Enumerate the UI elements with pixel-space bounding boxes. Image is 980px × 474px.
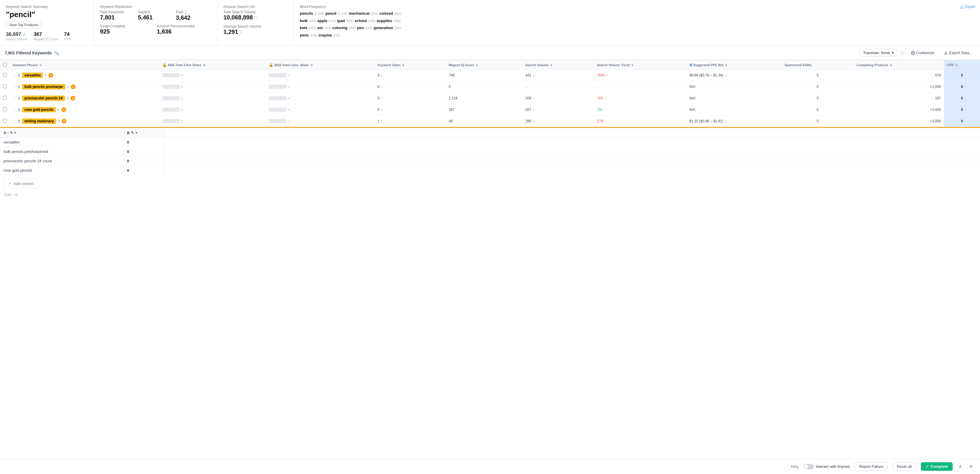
sheet-cell-b[interactable]: 8 [124, 138, 165, 147]
row-checkbox[interactable] [3, 96, 7, 100]
sv-trend-value: -39% [597, 73, 605, 77]
blurred-value: ████ [162, 96, 180, 100]
external-link-icon[interactable]: ↗ [44, 73, 47, 77]
amazon-search-vol-title: Amazon Search Vol. [223, 5, 288, 9]
keyword-phrase-header[interactable]: Keyword Phrase ⇅ [10, 60, 159, 70]
amazon-icon[interactable]: a [61, 107, 66, 112]
aba-click-share-header[interactable]: 🔒 ABA Total Click Share ⇅ [159, 60, 266, 70]
trend-chart-icon2: ∿ [288, 119, 290, 123]
row-delete-icon[interactable]: 🗑 [18, 85, 21, 89]
cpr-cell: 8 [944, 81, 980, 92]
keyword-sales-header[interactable]: Keyword Sales ⇅ [374, 60, 445, 70]
external-link-icon[interactable]: ↗ [57, 119, 60, 123]
row-delete-icon[interactable]: 🗑 [18, 96, 21, 100]
amazon-icon[interactable]: a [48, 73, 53, 78]
row-more-icon[interactable]: ⋮ [13, 85, 16, 89]
magnet-iq-stat: 367 Magnet IQ Score [34, 32, 58, 41]
row-checkbox[interactable] [3, 84, 7, 88]
sheet-cell-a[interactable]: rose gold pencils [0, 166, 124, 175]
customize-button[interactable]: Customize [908, 49, 937, 56]
organic-label: Organic [138, 10, 173, 14]
search-volume-value: 36,697 [6, 32, 21, 37]
search-volume-cell: - [522, 81, 594, 92]
row-checkbox-cell[interactable] [0, 116, 10, 127]
translate-select[interactable]: Translate: None ▾ [860, 49, 897, 57]
ppc-bid-header[interactable]: ⊞ Suggested PPC Bid ⇅ [686, 60, 781, 70]
sheet-cell-a[interactable]: prismacolor pencils 24 count [0, 156, 124, 165]
sv-chart-icon: ∿ [532, 97, 535, 100]
external-link-icon[interactable]: ↗ [57, 108, 60, 112]
row-checkbox-cell[interactable] [0, 104, 10, 116]
row-checkbox[interactable] [3, 107, 7, 111]
sheet-cell-b[interactable]: 8 [124, 156, 165, 165]
search-icon[interactable]: 🔍 [54, 51, 59, 55]
row-more-icon[interactable]: ⋮ [13, 96, 16, 100]
trend-chart-icon: ∿ [181, 119, 183, 123]
svg-point-1 [912, 52, 913, 54]
magnet-iq-value: 367 [34, 32, 58, 37]
row-checkbox[interactable] [3, 73, 7, 77]
keyword-sales-cell: 0 ∿ [374, 92, 445, 104]
row-delete-icon[interactable]: 🗑 [18, 119, 21, 123]
filter-left: 7,801 Filtered Keywords 🔍 [5, 51, 59, 55]
keyword-sales-cell: 0 ∿ [374, 81, 445, 92]
col-b-header[interactable]: B ↖ ▾ [124, 128, 165, 137]
amazon-icon[interactable]: a [71, 84, 76, 89]
total-search-vol-value: 10,068,898 [223, 14, 253, 21]
search-volume-header[interactable]: Search Volume ⇅ [522, 60, 594, 70]
amazon-icon[interactable]: a [62, 119, 67, 124]
cpr-header[interactable]: CPR ⇅ [944, 60, 980, 70]
word-frequency-panel: Word Frequency Export pencils (2,556) pe… [294, 0, 980, 46]
select-all-header[interactable] [0, 60, 10, 70]
magnet-iq-header[interactable]: Magnet IQ Score ⇅ [446, 60, 523, 70]
table-row: ⋮ 🗑 prismacolor pencils 24 ↗ a ████ ∿ ██… [0, 92, 980, 104]
blurred-value: ████ [162, 73, 180, 77]
row-checkbox-cell[interactable] [0, 92, 10, 104]
view-top-products-button[interactable]: View Top Products [6, 21, 41, 29]
row-checkbox[interactable] [3, 119, 7, 122]
aba-click-share-cell: ████ ∿ [159, 116, 266, 127]
row-delete-icon[interactable]: 🗑 [18, 73, 21, 77]
competing-products-header[interactable]: Competing Products ⇅ [854, 60, 944, 70]
row-more-icon[interactable]: ⋮ [13, 73, 16, 77]
external-link-icon[interactable]: ↗ [67, 85, 69, 89]
smart-complete-value: 925 [100, 28, 154, 35]
aba-conv-share-header[interactable]: 🔒 ABA Total Conv. Share ⇅ [266, 60, 374, 70]
keyword-sales-cell: 1 ∿ [374, 116, 445, 127]
paid-info-icon: ⓘ [184, 10, 187, 14]
sheet-cell-b[interactable]: 8 [124, 166, 165, 175]
word-frequency-export-button[interactable]: Export [960, 5, 975, 9]
add-column-button[interactable]: ＋ Add column [3, 178, 38, 189]
sv-value: 267 [525, 108, 531, 112]
col-a-label: A [3, 130, 6, 135]
row-more-icon[interactable]: ⋮ [13, 108, 16, 112]
aba-click-share-cell: ████ ∿ [159, 92, 266, 104]
ppc-bid-cell: N/A [686, 92, 781, 104]
row-delete-icon[interactable]: 🗑 [18, 108, 21, 112]
amazon-recommended-item: Amazon Recommended 1,636 [157, 24, 212, 35]
keywords-table: Keyword Phrase ⇅ 🔒 ABA Total Click Share… [0, 60, 980, 127]
external-link-icon[interactable]: ↗ [66, 97, 69, 100]
select-all-checkbox[interactable] [3, 63, 7, 67]
export-data-button[interactable]: Export Data... [941, 49, 975, 56]
sv-trend-value: - [597, 85, 598, 89]
blurred-value2: ████ [269, 73, 286, 77]
sheet-cell-a[interactable]: versatiles [0, 138, 124, 147]
sv-trend-arrow: ↑ [603, 108, 605, 112]
aba-conv-share-cell: ████ ∿ [266, 81, 374, 92]
sheet-cell-a[interactable]: bulk pencils presharpened [0, 147, 124, 156]
keyword-sales-cell: 3 ∿ [374, 70, 445, 81]
sv-value: 266 [525, 119, 531, 123]
amazon-icon[interactable]: a [70, 96, 75, 100]
sv-trend-header[interactable]: Search Volume Trend ⇅ [594, 60, 687, 70]
sheet-cell-b[interactable]: 8 [124, 147, 165, 156]
info-icon[interactable]: ⓘ [900, 50, 904, 56]
row-more-icon[interactable]: ⋮ [13, 119, 16, 123]
sponsored-asins-header[interactable]: Sponsored ASINs [781, 60, 854, 70]
blurred-value: ████ [162, 119, 180, 123]
keyword-phrase-cell: ⋮ 🗑 prismacolor pencils 24 ↗ a [10, 92, 159, 104]
col-a-header[interactable]: A › ↖ ▾ [0, 128, 124, 137]
row-checkbox-cell[interactable] [0, 70, 10, 81]
aba-conv-share-cell: ████ ∿ [266, 70, 374, 81]
row-checkbox-cell[interactable] [0, 81, 10, 92]
